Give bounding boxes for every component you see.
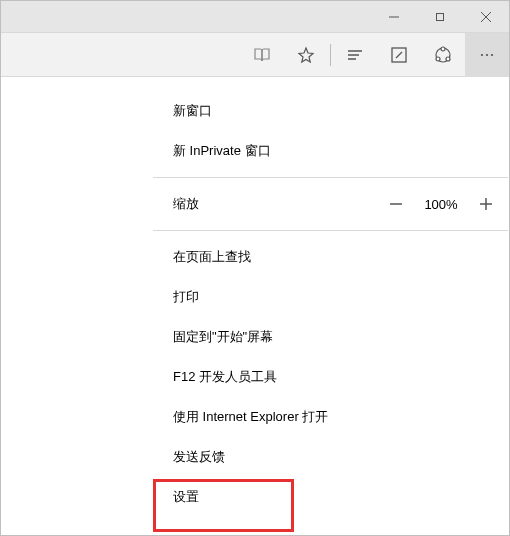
share-icon[interactable] — [421, 33, 465, 77]
svg-point-13 — [486, 53, 488, 55]
menu-label: 固定到"开始"屏幕 — [173, 328, 273, 346]
zoom-value: 100% — [422, 197, 460, 212]
menu-find[interactable]: 在页面上查找 — [153, 237, 508, 277]
toolbar-divider — [330, 44, 331, 66]
menu-open-ie[interactable]: 使用 Internet Explorer 打开 — [153, 397, 508, 437]
menu-label: 发送反馈 — [173, 448, 225, 466]
maximize-button[interactable] — [417, 1, 463, 33]
more-button[interactable] — [465, 33, 509, 77]
svg-point-10 — [436, 57, 440, 61]
menu-print[interactable]: 打印 — [153, 277, 508, 317]
zoom-in-button[interactable] — [476, 194, 496, 214]
menu-divider — [153, 177, 508, 178]
menu-new-window[interactable]: 新窗口 — [153, 91, 508, 131]
menu-new-inprivate[interactable]: 新 InPrivate 窗口 — [153, 131, 508, 171]
menu-label: 设置 — [173, 488, 199, 506]
svg-point-9 — [441, 47, 445, 51]
menu-label: 打印 — [173, 288, 199, 306]
more-menu: 新窗口 新 InPrivate 窗口 缩放 100% 在页面上查找 打印 — [153, 77, 508, 534]
menu-pin-start[interactable]: 固定到"开始"屏幕 — [153, 317, 508, 357]
web-note-icon[interactable] — [377, 33, 421, 77]
browser-window: 新窗口 新 InPrivate 窗口 缩放 100% 在页面上查找 打印 — [0, 0, 510, 536]
close-button[interactable] — [463, 1, 509, 33]
menu-settings[interactable]: 设置 — [153, 477, 508, 517]
toolbar — [1, 33, 509, 77]
zoom-out-button[interactable] — [386, 194, 406, 214]
hub-icon[interactable] — [333, 33, 377, 77]
svg-point-12 — [481, 53, 483, 55]
zoom-label: 缩放 — [173, 195, 386, 213]
menu-label: 新窗口 — [173, 102, 212, 120]
svg-rect-1 — [437, 13, 444, 20]
zoom-controls: 100% — [386, 194, 496, 214]
menu-label: F12 开发人员工具 — [173, 368, 277, 386]
svg-point-14 — [491, 53, 493, 55]
reading-list-icon[interactable] — [240, 33, 284, 77]
menu-label: 使用 Internet Explorer 打开 — [173, 408, 328, 426]
menu-label: 在页面上查找 — [173, 248, 251, 266]
minimize-button[interactable] — [371, 1, 417, 33]
favorite-icon[interactable] — [284, 33, 328, 77]
title-bar — [1, 1, 509, 33]
menu-zoom: 缩放 100% — [153, 184, 508, 224]
svg-point-11 — [446, 57, 450, 61]
menu-divider — [153, 230, 508, 231]
menu-feedback[interactable]: 发送反馈 — [153, 437, 508, 477]
menu-dev-tools[interactable]: F12 开发人员工具 — [153, 357, 508, 397]
menu-label: 新 InPrivate 窗口 — [173, 142, 271, 160]
